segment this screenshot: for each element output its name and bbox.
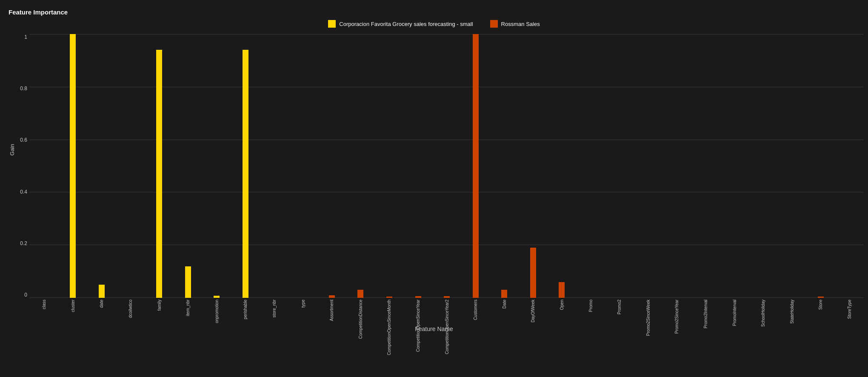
x-label-group: StoreType (835, 298, 864, 323)
x-axis-label: Assortment (329, 300, 334, 321)
legend-label: Rossman Sales (501, 21, 540, 27)
bar-orange (559, 282, 565, 298)
chart-legend: Corporacion Favorita Grocery sales forec… (4, 20, 864, 28)
y-axis-title: Gain (9, 144, 15, 155)
x-label-group: Promo (576, 298, 605, 323)
x-axis-label: Open (560, 300, 564, 310)
x-label-group: class (30, 298, 59, 323)
x-axis-label: SchoolHoliday (761, 300, 765, 327)
x-label-group: CompetitionDistance (346, 298, 375, 323)
bar-yellow (185, 266, 191, 298)
x-label-group: type (288, 298, 317, 323)
bar-group (116, 34, 145, 298)
x-axis-label: dcoilwtico (128, 300, 133, 318)
x-axis-label: StateHoliday (790, 300, 794, 324)
legend-item: Corporacion Favorita Grocery sales forec… (328, 20, 473, 28)
x-label-group: PromoInterval (720, 298, 749, 323)
x-axis-label: onpromotion (214, 300, 219, 323)
bar-group (634, 34, 662, 298)
x-label-group: family (145, 298, 174, 323)
bar-group (691, 34, 720, 298)
bar-yellow (99, 285, 105, 298)
bar-group (548, 34, 577, 298)
y-tick-label: 0 (24, 292, 27, 298)
bar-group (87, 34, 116, 298)
x-label-group: Assortment (317, 298, 346, 323)
bar-group (432, 34, 461, 298)
bar-group (662, 34, 691, 298)
legend-color-swatch (490, 20, 498, 28)
bar-group (203, 34, 231, 298)
x-axis-label: CompetitionOpenSinceYear (416, 300, 420, 352)
y-tick-label: 1 (24, 34, 27, 40)
x-label-group: StateHoliday (777, 298, 806, 323)
bars-area (30, 34, 864, 298)
x-axis-label: item_nbr (186, 300, 190, 316)
x-axis-label: Promo2Interval (703, 300, 708, 328)
bar-group (174, 34, 203, 298)
x-axis-labels: classclusterdatedcoilwticofamilyitem_nbr… (30, 298, 864, 323)
x-axis-label: Store (818, 300, 823, 310)
legend-item: Rossman Sales (490, 20, 540, 28)
bar-group (461, 34, 490, 298)
x-label-group: Promo2Interval (691, 298, 720, 323)
x-label-group: onpromotion (203, 298, 231, 323)
bar-orange (530, 248, 536, 298)
bar-group (605, 34, 634, 298)
x-axis-label: CompetitionOpenSinceYear2 (445, 300, 449, 354)
y-tick-label: 0.8 (20, 86, 27, 91)
x-label-group: CompetitionOpenSinceMonth (375, 298, 404, 323)
x-label-group: Promo2SinceWeek (634, 298, 662, 323)
x-label-group: store_nbr (260, 298, 289, 323)
x-label-group: Customers (461, 298, 490, 323)
bar-group (317, 34, 346, 298)
x-axis-label: PromoInterval (732, 300, 737, 326)
bar-yellow (156, 50, 162, 298)
x-label-group: date (87, 298, 116, 323)
x-label-group: dcoilwtico (116, 298, 145, 323)
x-axis-label: CompetitionDistance (358, 300, 363, 339)
x-label-group: Promo2 (605, 298, 634, 323)
x-label-group: CompetitionOpenSinceYear (404, 298, 433, 323)
x-axis-label: store_nbr (272, 300, 277, 317)
x-axis-label: Promo2SinceWeek (646, 300, 651, 336)
bar-group (835, 34, 864, 298)
bar-orange (357, 290, 363, 298)
bar-group (231, 34, 260, 298)
x-label-group: Date (490, 298, 519, 323)
bar-orange (473, 34, 479, 298)
bar-group (145, 34, 174, 298)
chart-container: Feature Importance Corporacion Favorita … (0, 0, 868, 377)
bar-group (346, 34, 375, 298)
bar-group (806, 34, 835, 298)
x-axis-label: Promo (588, 300, 593, 312)
bar-group (576, 34, 605, 298)
x-axis-label: Date (502, 300, 507, 308)
bar-group (749, 34, 778, 298)
bar-group (404, 34, 433, 298)
legend-color-swatch (328, 20, 336, 28)
x-axis-label: perishable (243, 300, 248, 319)
bar-group (375, 34, 404, 298)
x-axis-label: Promo2SinceYear (674, 300, 679, 334)
x-axis-label: Customers (473, 300, 478, 320)
bar-group (519, 34, 548, 298)
bar-group (59, 34, 88, 298)
chart-title: Feature Importance (9, 9, 864, 16)
x-label-group: cluster (59, 298, 88, 323)
y-tick-label: 0.2 (20, 240, 27, 246)
x-axis-label: date (99, 300, 104, 308)
bar-orange (501, 290, 507, 298)
x-axis-label: cluster (71, 300, 75, 312)
legend-label: Corporacion Favorita Grocery sales forec… (339, 21, 473, 27)
x-label-group: item_nbr (174, 298, 203, 323)
x-label-group: perishable (231, 298, 260, 323)
x-label-group: CompetitionOpenSinceYear2 (432, 298, 461, 323)
x-axis-label: class (42, 300, 46, 309)
x-label-group: DayOfWeek (519, 298, 548, 323)
bar-yellow (243, 50, 248, 298)
x-axis-label: Promo2 (617, 300, 622, 314)
x-axis-label: type (301, 300, 306, 308)
x-label-group: Promo2SinceYear (662, 298, 691, 323)
x-axis-label: family (157, 300, 162, 311)
